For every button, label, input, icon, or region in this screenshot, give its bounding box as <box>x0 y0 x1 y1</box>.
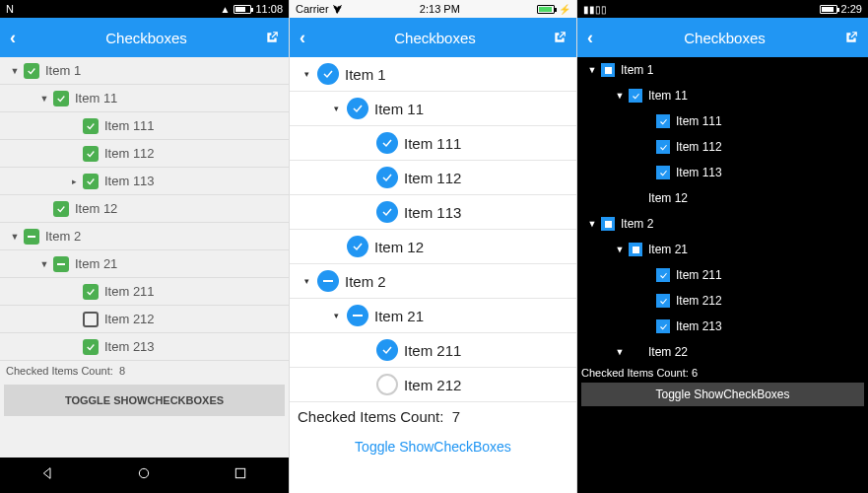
checkbox-icon[interactable] <box>83 339 99 355</box>
checkbox-icon[interactable] <box>656 166 670 179</box>
tree-item[interactable]: Item 113 <box>290 195 576 230</box>
checkbox-icon[interactable] <box>317 63 339 85</box>
tree-item[interactable]: ▾ Item 21 <box>290 299 576 333</box>
status-time: 2:13 PM <box>420 3 460 15</box>
tree-item[interactable]: ▼ Item 21 <box>0 250 289 278</box>
status-time: 2:29 <box>841 3 862 15</box>
tree-item-label: Item 12 <box>648 191 688 205</box>
tree-item[interactable]: Item 213 <box>577 314 868 339</box>
external-link-icon[interactable] <box>265 31 279 44</box>
expand-arrow-icon[interactable]: ▼ <box>615 91 625 101</box>
toggle-checkboxes-button[interactable]: TOGGLE SHOWCHECKBOXES <box>4 385 285 416</box>
checkbox-icon[interactable] <box>347 305 368 326</box>
tree-item[interactable]: ▾ Item 2 <box>290 264 576 299</box>
back-button[interactable]: ‹ <box>10 28 28 48</box>
checked-count: Checked Items Count: 8 <box>0 361 289 381</box>
checkbox-icon[interactable] <box>629 89 642 103</box>
expand-arrow-icon[interactable]: ▼ <box>615 245 625 254</box>
charging-icon: ⚡ <box>559 4 570 15</box>
nav-home-icon[interactable] <box>136 465 152 485</box>
expand-arrow-icon[interactable]: ▾ <box>301 69 311 79</box>
tree-item[interactable]: ▾ Item 1 <box>290 57 576 92</box>
checkbox-icon[interactable] <box>656 319 670 333</box>
tree-item-label: Item 11 <box>374 101 424 117</box>
checkbox-icon[interactable] <box>53 91 69 106</box>
nav-recent-icon[interactable] <box>233 465 248 485</box>
expand-arrow-icon[interactable]: ▼ <box>39 259 49 269</box>
checkbox-icon[interactable] <box>656 294 670 308</box>
checkbox-icon[interactable] <box>376 167 398 188</box>
checkbox-icon[interactable] <box>317 270 339 292</box>
checkbox-icon[interactable] <box>601 217 615 231</box>
tree-item[interactable]: Item 212 <box>0 306 289 333</box>
checkbox-icon[interactable] <box>376 339 398 361</box>
tree-item[interactable]: Item 112 <box>0 140 289 168</box>
tree-item-label: Item 11 <box>75 91 117 106</box>
tree-item[interactable]: Item 211 <box>0 278 289 306</box>
expand-arrow-icon[interactable]: ▾ <box>331 104 341 113</box>
checkbox-icon[interactable] <box>376 132 398 154</box>
tree-item[interactable]: Item 12 <box>0 195 289 223</box>
tree-item[interactable]: ▼ Item 1 <box>577 57 868 83</box>
checkbox-icon[interactable] <box>53 201 69 217</box>
checkbox-icon[interactable] <box>83 284 99 300</box>
toggle-checkboxes-button[interactable]: Toggle ShowCheckBoxes <box>290 431 576 462</box>
tree-item[interactable]: Item 111 <box>290 126 576 161</box>
tree-item[interactable]: ▼ Item 22 <box>577 339 868 365</box>
tree-item[interactable]: ▼ Item 2 <box>577 211 868 237</box>
checkbox-icon[interactable] <box>601 63 615 77</box>
checkbox-icon[interactable] <box>376 201 398 223</box>
tree-item[interactable]: ▼ Item 21 <box>577 237 868 262</box>
tree-item[interactable]: ▸ Item 113 <box>0 168 289 195</box>
checkbox-icon[interactable] <box>656 140 670 154</box>
tree-item[interactable]: ▼ Item 11 <box>0 85 289 112</box>
toggle-checkboxes-button[interactable]: Toggle ShowCheckBoxes <box>581 383 864 406</box>
checkbox-icon[interactable] <box>656 268 670 282</box>
expand-arrow-icon[interactable]: ▼ <box>615 347 625 357</box>
tree-item[interactable]: Item 12 <box>290 230 576 264</box>
tree-item[interactable]: ▼ Item 11 <box>577 83 868 108</box>
tree-item[interactable]: Item 112 <box>290 161 576 195</box>
checkbox-icon[interactable] <box>83 174 99 189</box>
tree-item-label: Item 213 <box>104 339 155 354</box>
expand-arrow-icon[interactable]: ▸ <box>69 176 79 186</box>
tree-item[interactable]: Item 211 <box>290 333 576 368</box>
nav-back-icon[interactable] <box>40 465 56 485</box>
expand-arrow-icon[interactable]: ▼ <box>10 232 20 242</box>
tree-item[interactable]: Item 212 <box>577 288 868 314</box>
checkbox-icon[interactable] <box>24 229 39 245</box>
expand-arrow-icon[interactable]: ▾ <box>301 276 311 286</box>
checkbox-icon[interactable] <box>53 256 69 272</box>
expand-arrow-icon[interactable]: ▼ <box>587 219 597 229</box>
tree-item[interactable]: ▼ Item 1 <box>0 57 289 85</box>
tree-item[interactable]: Item 111 <box>577 108 868 134</box>
checkbox-icon[interactable] <box>83 118 99 134</box>
expand-arrow-icon[interactable]: ▾ <box>331 311 341 320</box>
tree-item[interactable]: Item 111 <box>0 112 289 140</box>
checkbox-icon[interactable] <box>656 114 670 128</box>
checkbox-icon[interactable] <box>629 243 642 256</box>
checkbox-icon[interactable] <box>83 146 99 162</box>
tree-item[interactable]: Item 213 <box>0 333 289 361</box>
tree-item[interactable]: Item 112 <box>577 134 868 160</box>
tree-item[interactable]: ▼ Item 2 <box>0 223 289 250</box>
expand-arrow-icon[interactable]: ▼ <box>10 66 20 76</box>
tree-item-label: Item 212 <box>404 377 461 393</box>
tree-item[interactable]: Item 212 <box>290 368 576 402</box>
external-link-icon[interactable] <box>844 31 858 44</box>
checkbox-icon[interactable] <box>347 236 368 257</box>
back-button[interactable]: ‹ <box>300 28 317 48</box>
external-link-icon[interactable] <box>553 31 567 44</box>
tree-item[interactable]: Item 113 <box>577 160 868 185</box>
tree-item-label: Item 21 <box>75 256 117 271</box>
checkbox-icon[interactable] <box>347 98 368 119</box>
tree-item[interactable]: Item 211 <box>577 262 868 288</box>
back-button[interactable]: ‹ <box>587 28 605 48</box>
checkbox-icon[interactable] <box>24 63 39 79</box>
expand-arrow-icon[interactable]: ▼ <box>39 94 49 104</box>
tree-item[interactable]: Item 12 <box>577 185 868 211</box>
checkbox-icon[interactable] <box>83 312 99 327</box>
checkbox-icon[interactable] <box>376 374 398 395</box>
tree-item[interactable]: ▾ Item 11 <box>290 92 576 126</box>
expand-arrow-icon[interactable]: ▼ <box>587 65 597 75</box>
